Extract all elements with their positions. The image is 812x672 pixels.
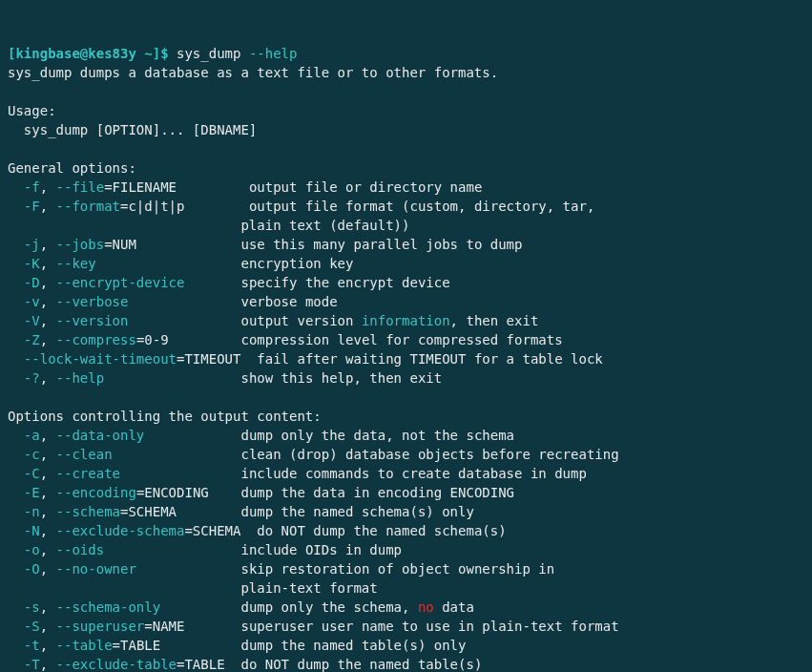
output-content-header: Options controlling the output content:: [8, 409, 322, 424]
usage-label: Usage:: [8, 103, 56, 118]
option-data-only: -a, --data-only dump only the data, not …: [8, 428, 514, 443]
option-format: -F, --format=c|d|t|p output file format …: [8, 199, 594, 214]
option-schema: -n, --schema=SCHEMA dump the named schem…: [8, 504, 474, 519]
option-exclude-schema: -N, --exclude-schema=SCHEMA do NOT dump …: [8, 523, 507, 538]
option-exclude-table: -T, --exclude-table=TABLE do NOT dump th…: [8, 657, 482, 672]
option-file: -f, --file=FILENAME output file or direc…: [8, 179, 482, 195]
option-jobs: -j, --jobs=NUM use this many parallel jo…: [8, 237, 522, 252]
option-format-cont: plain text (default)): [8, 218, 409, 233]
general-options-header: General options:: [8, 160, 136, 176]
description-line: sys_dump dumps a database as a text file…: [8, 65, 498, 80]
option-clean: -c, --clean clean (drop) database object…: [8, 447, 619, 462]
option-schema-only: -s, --schema-only dump only the schema, …: [8, 599, 474, 615]
option-version: -V, --version output version information…: [8, 313, 538, 328]
option-superuser: -S, --superuser=NAME superuser user name…: [8, 619, 619, 634]
terminal-output: [kingbase@kes83y ~]$ sys_dump --help sys…: [8, 44, 804, 672]
prompt-line[interactable]: [kingbase@kes83y ~]$ sys_dump --help: [8, 46, 297, 61]
command-name: sys_dump: [177, 46, 240, 61]
option-encoding: -E, --encoding=ENCODING dump the data in…: [8, 485, 514, 500]
option-lock-wait-timeout: --lock-wait-timeout=TIMEOUT fail after w…: [8, 351, 603, 367]
option-verbose: -v, --verbose verbose mode: [8, 294, 338, 309]
option-key: -K, --key encryption key: [8, 256, 353, 271]
option-table: -t, --table=TABLE dump the named table(s…: [8, 638, 466, 653]
command-arg: --help: [249, 46, 298, 61]
option-create: -C, --create include commands to create …: [8, 466, 587, 481]
option-no-owner-cont: plain-text format: [8, 580, 378, 596]
option-help: -?, --help show this help, then exit: [8, 370, 442, 386]
option-compress: -Z, --compress=0-9 compression level for…: [8, 332, 563, 347]
prompt-prefix: [kingbase@kes83y ~]$: [8, 46, 177, 61]
option-oids: -o, --oids include OIDs in dump: [8, 542, 402, 557]
option-no-owner: -O, --no-owner skip restoration of objec…: [8, 561, 554, 577]
option-encrypt-device: -D, --encrypt-device specify the encrypt…: [8, 275, 450, 290]
usage-line: sys_dump [OPTION]... [DBNAME]: [8, 122, 257, 137]
